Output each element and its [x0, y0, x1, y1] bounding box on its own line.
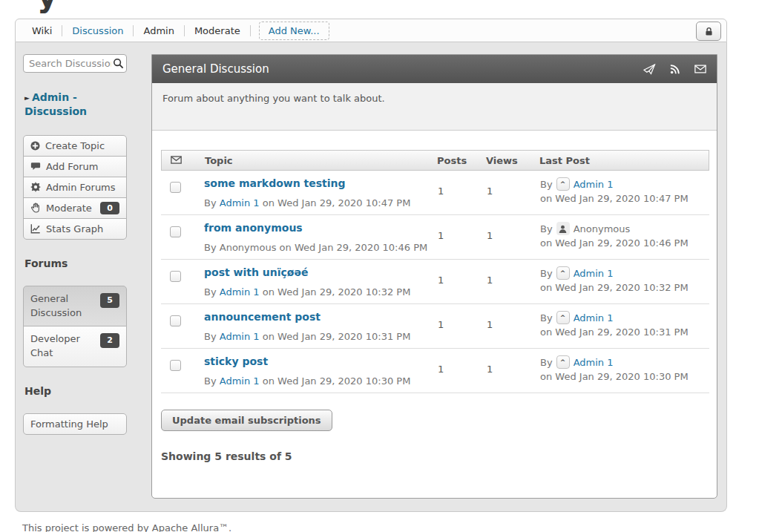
by-label: By: [204, 331, 217, 342]
person-icon: [556, 222, 570, 235]
lock-icon: [704, 27, 714, 36]
clipped-page-title: y: [37, 0, 57, 14]
sidebar-item-developer-chat[interactable]: Developer Chat 2: [23, 326, 127, 367]
rss-icon[interactable]: [670, 64, 680, 74]
posted-date: on Wed Jan 29, 2020 10:31 PM: [263, 331, 411, 342]
triangle-right-icon: ►: [24, 94, 30, 102]
lock-button[interactable]: [696, 22, 721, 41]
gear-icon: [30, 182, 41, 192]
moderate-count-badge: 0: [100, 202, 119, 214]
topic-list: Topic Posts Views Last Post some markdow…: [152, 131, 717, 477]
sidebar-item-admin-forums[interactable]: Admin Forums: [23, 177, 127, 198]
forum-title: General Discussion: [162, 62, 269, 76]
topic-link[interactable]: some markdown testing: [204, 177, 346, 189]
topic-checkbox[interactable]: [170, 226, 181, 237]
last-post-date: on Wed Jan 29, 2020 10:46 PM: [540, 237, 709, 249]
posts-count: 1: [438, 266, 487, 286]
column-header-topic: Topic: [194, 155, 437, 166]
last-post-author-link[interactable]: Admin 1: [574, 179, 614, 190]
forums-heading: Forums: [24, 257, 128, 269]
sidebar-item-admin-discussion[interactable]: ►Admin - Discussion: [24, 91, 128, 119]
by-label: By: [540, 223, 553, 234]
topic-link[interactable]: announcement post: [204, 311, 321, 323]
avatar: ^: [556, 177, 570, 191]
last-post-date: on Wed Jan 29, 2020 10:32 PM: [540, 282, 709, 293]
posted-date: on Wed Jan 29, 2020 10:32 PM: [263, 286, 411, 298]
paper-plane-icon[interactable]: [643, 64, 656, 75]
plus-circle-icon: [30, 141, 40, 151]
add-new-button[interactable]: Add New...: [259, 22, 329, 40]
nav-separator: [250, 25, 251, 36]
sidebar-item-general-discussion[interactable]: General Discussion 5: [23, 286, 127, 327]
table-header: Topic Posts Views Last Post: [161, 150, 709, 171]
avatar: ^: [556, 355, 570, 369]
search-icon: [113, 58, 124, 71]
app-shell: Wiki Discussion Admin Moderate Add New..…: [15, 19, 727, 512]
topic-byline: By Admin 1 on Wed Jan 29, 2020 10:47 PM: [204, 197, 438, 208]
sidebar-actions: Create Topic Add Forum Admin Forums: [23, 135, 127, 240]
search-input[interactable]: [23, 54, 127, 73]
author-name: Anonymous: [220, 242, 277, 253]
nav-item-wiki[interactable]: Wiki: [24, 22, 59, 39]
sidebar: ►Admin - Discussion Create Topic Add For…: [23, 54, 128, 435]
mail-icon: [171, 156, 182, 164]
last-post-author-link[interactable]: Admin 1: [574, 357, 614, 368]
last-post-author: Anonymous: [574, 223, 631, 234]
posts-count: 1: [438, 355, 487, 375]
sidebar-item-moderate[interactable]: Moderate 0: [23, 197, 127, 219]
last-post-date: on Wed Jan 29, 2020 10:30 PM: [540, 371, 709, 382]
topic-link[interactable]: post with unïçøəé: [204, 266, 308, 278]
table-row: sticky post By Admin 1 on Wed Jan 29, 20…: [161, 349, 709, 393]
nav-item-admin[interactable]: Admin: [136, 22, 181, 39]
topic-link[interactable]: sticky post: [204, 355, 268, 367]
sidebar-item-add-forum[interactable]: Add Forum: [23, 156, 127, 177]
forum-count-badge: 2: [100, 333, 119, 348]
nav-item-moderate[interactable]: Moderate: [187, 22, 248, 39]
topic-checkbox[interactable]: [170, 315, 181, 326]
posts-count: 1: [438, 222, 487, 241]
stats-graph-icon: [30, 223, 41, 234]
author-link[interactable]: Admin 1: [220, 197, 260, 208]
forum-header-icons: [643, 64, 706, 75]
last-post-date: on Wed Jan 29, 2020 10:47 PM: [540, 193, 709, 204]
by-label: By: [204, 286, 217, 298]
author-link[interactable]: Admin 1: [220, 331, 260, 342]
help-heading: Help: [24, 385, 128, 397]
sidebar-item-create-topic[interactable]: Create Topic: [23, 135, 127, 157]
forum-label: General Discussion: [30, 292, 88, 321]
views-count: 1: [487, 177, 540, 197]
topic-link[interactable]: from anonymous: [204, 222, 303, 234]
by-label: By: [204, 242, 217, 253]
author-link[interactable]: Admin 1: [220, 286, 260, 298]
nav-separator: [184, 25, 185, 36]
topic-checkbox[interactable]: [170, 360, 181, 371]
views-count: 1: [487, 311, 540, 330]
update-email-subscriptions-button[interactable]: Update email subscriptions: [161, 410, 332, 431]
top-nav: Wiki Discussion Admin Moderate Add New..…: [15, 19, 727, 42]
sidebar-item-stats-graph[interactable]: Stats Graph: [23, 218, 127, 240]
forum-header: General Discussion: [152, 55, 717, 83]
topic-checkbox[interactable]: [170, 271, 181, 282]
avatar: ^: [556, 311, 570, 324]
topic-checkbox[interactable]: [170, 182, 181, 193]
table-row: some markdown testing By Admin 1 on Wed …: [161, 171, 709, 215]
mail-icon[interactable]: [694, 65, 706, 73]
subscribe-column-header: [162, 155, 194, 166]
by-label: By: [204, 197, 217, 208]
last-post-author-link[interactable]: Admin 1: [574, 268, 614, 279]
table-row: from anonymous By Anonymous on Wed Jan 2…: [161, 215, 709, 260]
views-count: 1: [487, 355, 540, 375]
last-post-author-link[interactable]: Admin 1: [574, 312, 614, 324]
help-label: Formatting Help: [30, 418, 108, 430]
author-link[interactable]: Admin 1: [220, 375, 260, 387]
nav-item-discussion[interactable]: Discussion: [65, 22, 131, 39]
table-row: announcement post By Admin 1 on Wed Jan …: [161, 304, 709, 349]
topic-byline: By Anonymous on Wed Jan 29, 2020 10:46 P…: [204, 242, 438, 253]
action-label: Admin Forums: [46, 182, 116, 193]
results-summary: Showing 5 results of 5: [161, 450, 709, 462]
comment-icon: [30, 162, 41, 171]
topic-byline: By Admin 1 on Wed Jan 29, 2020 10:30 PM: [204, 375, 438, 387]
column-header-views: Views: [486, 155, 539, 166]
views-count: 1: [487, 222, 540, 241]
sidebar-item-formatting-help[interactable]: Formatting Help: [23, 413, 127, 435]
